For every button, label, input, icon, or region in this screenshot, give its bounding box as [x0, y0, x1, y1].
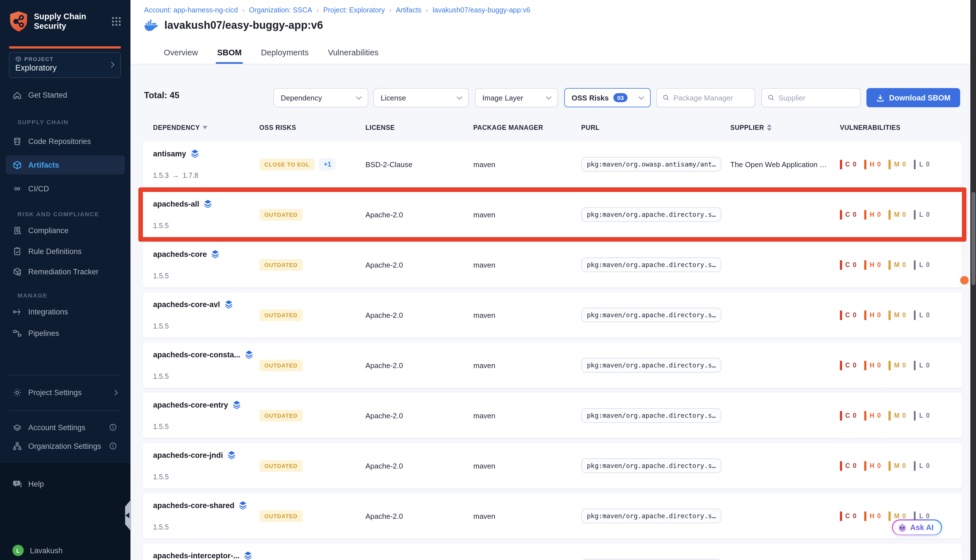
table-row[interactable]: apacheds-core-shared 1.5.5 OUTDATED Apac…	[143, 493, 962, 538]
vuln-count-high: H0	[864, 511, 881, 521]
sidebar-item-compliance[interactable]: Compliance	[6, 221, 125, 240]
vuln-severity-bar	[864, 210, 866, 219]
layers-icon	[225, 300, 232, 309]
license-cell: Apache-2.0	[365, 210, 473, 219]
table-row[interactable]: apacheds-core-consta... 1.5.5 OUTDATED A…	[143, 343, 962, 388]
sidebar-item-label: Integrations	[28, 307, 68, 316]
vuln-count-medium: M0	[889, 411, 906, 420]
project-label: PROJECT	[24, 56, 53, 62]
sidebar-item-user[interactable]: L Lavakush	[6, 541, 125, 560]
sidebar-item-code-repositories[interactable]: Code Repositories	[6, 132, 125, 151]
sidebar-item-help[interactable]: ? Help	[6, 474, 125, 493]
vuln-severity-bar	[889, 210, 891, 219]
table-row[interactable]: apacheds-interceptor-... 1.5.5 OUTDATED …	[143, 543, 962, 560]
oss-risks-cell: CLOSE TO EOL+1	[259, 158, 365, 170]
sidebar-item-artifacts[interactable]: Artifacts	[6, 155, 125, 175]
breadcrumb-artifacts[interactable]: Artifacts	[396, 6, 421, 14]
license-cell: Apache-2.0	[365, 361, 473, 370]
license-cell: BSD-2-Clause	[365, 160, 473, 168]
vuln-count-high: H0	[864, 210, 881, 219]
license-cell: Apache-2.0	[365, 512, 473, 520]
sidebar-item-pipelines[interactable]: Pipelines	[6, 323, 125, 343]
breadcrumb-project[interactable]: Project: Exploratory	[324, 6, 385, 14]
layers-icon	[239, 501, 247, 510]
tab-vulnerabilities[interactable]: Vulnerabilities	[327, 41, 380, 64]
purl-pill[interactable]: pkg:maven/org.apache.directory.s…	[581, 358, 722, 373]
vuln-severity-bar	[840, 210, 842, 219]
vuln-severity-bar	[840, 310, 842, 320]
layers-icon	[191, 150, 199, 158]
compliance-doc-icon	[12, 225, 22, 235]
vulnerabilities-cell: C0H0M0L0	[840, 360, 962, 370]
oss-risk-badge[interactable]: +1	[319, 158, 336, 170]
purl-pill[interactable]: pkg:maven/org.apache.directory.s…	[581, 508, 722, 523]
project-selector[interactable]: PROJECT Exploratory	[9, 52, 121, 78]
dependency-version: 1.5.3→1.7.8	[153, 172, 259, 180]
table-row[interactable]: apacheds-core-entry 1.5.5 OUTDATED Apach…	[143, 393, 962, 438]
sidebar-item-cicd[interactable]: ∞ CI/CD	[6, 179, 125, 198]
dependency-name: antisamy	[153, 150, 186, 158]
scrollbar-thumb[interactable]	[971, 192, 975, 285]
page-header: Account: app-harness-ng-cicd› Organizati…	[130, 0, 976, 64]
vuln-severity-bar	[914, 461, 916, 470]
org-chart-icon	[12, 441, 22, 451]
sidebar-item-account-settings[interactable]: Account Settings	[6, 418, 125, 437]
table-row[interactable]: apacheds-all 1.5.5 OUTDATED Apache-2.0 m…	[138, 187, 966, 242]
purl-pill[interactable]: pkg:maven/org.apache.directory.s…	[581, 559, 722, 560]
dependency-name: apacheds-interceptor-...	[153, 552, 240, 560]
layers-icon	[244, 552, 252, 560]
ask-ai-button[interactable]: Ask AI	[892, 519, 942, 535]
sidebar-item-remediation-tracker[interactable]: Remediation Tracker	[6, 262, 125, 281]
vuln-count-critical: C0	[840, 411, 857, 420]
purl-pill[interactable]: pkg:maven/org.apache.directory.s…	[581, 308, 722, 322]
layers-icon	[204, 200, 212, 208]
table-row[interactable]: apacheds-core-avl 1.5.5 OUTDATED Apache-…	[143, 292, 962, 338]
purl-pill[interactable]: pkg:maven/org.apache.directory.s…	[581, 458, 722, 473]
ai-bot-icon	[897, 522, 907, 532]
table-row[interactable]: antisamy 1.5.3→1.7.8 CLOSE TO EOL+1 BSD-…	[143, 142, 962, 187]
purl-pill[interactable]: pkg:maven/org.owasp.antisamy/ant…	[581, 157, 722, 172]
purl-pill[interactable]: pkg:maven/org.apache.directory.s…	[581, 408, 722, 423]
app-title: Supply Chain Security	[34, 12, 111, 31]
breadcrumb-account[interactable]: Account: app-harness-ng-cicd	[144, 6, 238, 14]
license-cell: Apache-2.0	[365, 260, 473, 269]
sidebar-item-label: Account Settings	[28, 423, 85, 432]
sidebar-footer: ? Help L Lavakush	[0, 463, 130, 560]
sidebar-item-project-settings[interactable]: Project Settings	[6, 383, 125, 402]
breadcrumb-organization[interactable]: Organization: SSCA	[249, 6, 312, 14]
table-row[interactable]: apacheds-core-jndi 1.5.5 OUTDATED Apache…	[143, 443, 962, 488]
oss-risk-badge: OUTDATED	[259, 510, 303, 522]
sidebar-item-organization-settings[interactable]: Organization Settings	[6, 437, 125, 455]
tab-sbom[interactable]: SBOM	[216, 41, 243, 64]
vuln-count-high: H0	[864, 411, 881, 420]
vulnerabilities-cell: C0H0M0L0	[840, 461, 962, 470]
sidebar-item-integrations[interactable]: Integrations	[6, 302, 125, 321]
table-row[interactable]: apacheds-core 1.5.5 OUTDATED Apache-2.0 …	[143, 242, 962, 287]
purl-pill[interactable]: pkg:maven/org.apache.directory.s…	[581, 257, 722, 272]
page-scrollbar[interactable]	[970, 0, 976, 560]
project-name: Exploratory	[15, 63, 115, 72]
dependency-version: 1.5.5	[153, 473, 259, 481]
sidebar-item-label: Rule Definitions	[28, 247, 82, 255]
sidebar-item-rule-definitions[interactable]: Rule Definitions	[6, 242, 125, 261]
vuln-count-critical: C0	[840, 461, 857, 470]
vuln-severity-bar	[864, 160, 866, 169]
notification-dot[interactable]	[960, 276, 969, 285]
vuln-severity-bar	[840, 260, 842, 270]
breadcrumb-artifact-name[interactable]: lavakush07/easy-buggy-app:v6	[433, 6, 531, 14]
tab-overview[interactable]: Overview	[163, 41, 199, 64]
gear-icon	[12, 388, 22, 397]
oss-risk-badge: CLOSE TO EOL	[259, 158, 315, 170]
module-grid-icon[interactable]	[111, 17, 122, 27]
vuln-count-medium: M0	[889, 260, 906, 270]
tab-deployments[interactable]: Deployments	[260, 41, 310, 64]
sidebar-divider	[9, 375, 121, 375]
layers-icon	[212, 250, 219, 258]
dependency-name: apacheds-core-shared	[153, 501, 234, 510]
dependency-cell: apacheds-interceptor-... 1.5.5	[153, 543, 259, 560]
purl-pill[interactable]: pkg:maven/org.apache.directory.s…	[581, 207, 722, 222]
vuln-severity-bar	[864, 310, 866, 320]
sidebar-item-get-started[interactable]: Get Started	[6, 85, 125, 105]
vuln-severity-bar	[864, 360, 866, 370]
dependency-cell: apacheds-all 1.5.5	[153, 192, 259, 237]
